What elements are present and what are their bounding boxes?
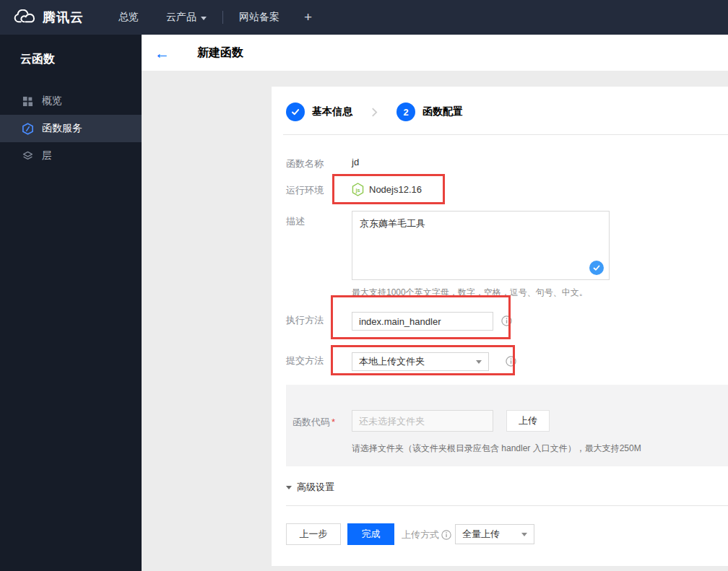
sidebar-product-title: 云函数 [20, 52, 142, 67]
upload-mode-value: 全量上传 [462, 528, 500, 541]
step2-label: 函数配置 [422, 105, 463, 118]
runtime-value: Nodejs12.16 [369, 184, 422, 195]
create-function-card: 基本信息 2 函数配置 函数名称 jd 运行环境 js Nodejs12.16 [272, 87, 728, 566]
submit-method-value: 本地上传文件夹 [359, 355, 425, 368]
nav-item-icp-filing[interactable]: 网站备案 [230, 0, 288, 35]
page-title: 新建函数 [197, 45, 243, 61]
advanced-settings-label: 高级设置 [297, 481, 334, 494]
upload-mode-info-icon[interactable] [441, 530, 451, 540]
description-label: 描述 [286, 215, 305, 228]
nav-divider [222, 11, 223, 24]
nav-item-cloud-products[interactable]: 云产品 [157, 0, 215, 35]
upload-button[interactable]: 上传 [506, 410, 550, 432]
chevron-right-icon [371, 107, 378, 118]
function-name-value: jd [352, 157, 359, 167]
runtime-value-row: js Nodejs12.16 [352, 179, 422, 199]
function-code-label: 函数代码* [292, 416, 335, 429]
nav-item-overview[interactable]: 总览 [110, 0, 147, 35]
check-circle-icon [286, 103, 305, 121]
footer-divider [286, 505, 728, 506]
handler-info-icon[interactable] [501, 315, 512, 326]
handler-label: 执行方法 [286, 314, 324, 327]
upload-mode-select[interactable]: 全量上传 [455, 524, 534, 544]
select-caret-icon [521, 533, 527, 536]
steps-divider [283, 134, 728, 135]
folder-path-input[interactable] [352, 410, 493, 432]
sidebar-item-label: 层 [42, 149, 52, 162]
back-arrow-button[interactable]: ← [155, 45, 170, 61]
select-caret-icon [476, 360, 482, 364]
submit-method-select[interactable]: 本地上传文件夹 [352, 352, 489, 371]
sidebar-item-label: 函数服务 [42, 122, 82, 135]
valid-check-bubble-icon [589, 261, 604, 275]
step2-number-circle: 2 [396, 103, 415, 121]
top-navbar: 腾讯云 总览 云产品 网站备案 + [0, 0, 728, 35]
step-indicator: 基本信息 2 函数配置 [286, 103, 463, 121]
submit-method-label: 提交方法 [286, 354, 324, 367]
chevron-down-icon [201, 17, 207, 20]
finish-button[interactable]: 完成 [347, 523, 394, 545]
svg-text:js: js [355, 186, 360, 193]
grid-icon [22, 95, 34, 108]
sidebar-item-overview[interactable]: 概览 [0, 87, 142, 115]
brand-name: 腾讯云 [43, 9, 84, 26]
nodejs-icon: js [352, 183, 364, 196]
tencent-cloud-logo[interactable]: 腾讯云 [13, 9, 84, 26]
handler-input[interactable] [352, 312, 493, 331]
previous-step-button[interactable]: 上一步 [286, 523, 341, 545]
step1-label: 基本信息 [312, 105, 352, 118]
add-nav-tab-button[interactable]: + [294, 0, 322, 35]
content-area: 基本信息 2 函数配置 函数名称 jd 运行环境 js Nodejs12.16 [142, 71, 728, 571]
description-field-wrap: 京东薅羊毛工具 [352, 211, 610, 280]
submit-method-info-icon[interactable] [506, 356, 516, 367]
sidebar: 云函数 概览 函数服务 [0, 35, 142, 571]
sidebar-item-function-service[interactable]: 函数服务 [0, 115, 142, 142]
upload-mode-label: 上传方式 [402, 528, 451, 541]
runtime-label: 运行环境 [286, 184, 324, 197]
advanced-settings-toggle[interactable]: 高级设置 [286, 481, 334, 494]
function-name-label: 函数名称 [286, 157, 324, 170]
function-hexagon-icon [22, 123, 34, 135]
description-textarea[interactable]: 京东薅羊毛工具 [352, 211, 610, 280]
layers-icon [22, 150, 34, 162]
required-asterisk: * [332, 417, 335, 427]
cloud-logo-icon [13, 9, 37, 25]
top-nav-menu: 总览 云产品 网站备案 + [110, 0, 322, 35]
function-code-section: 函数代码* 上传 请选择文件夹（该文件夹根目录应包含 handler 入口文件）… [286, 385, 728, 466]
description-hint: 最大支持1000个英文字母，数字，空格，逗号、句号、中文。 [352, 287, 588, 299]
page-header: ← 新建函数 [142, 35, 728, 71]
function-code-hint: 请选择文件夹（该文件夹根目录应包含 handler 入口文件），最大支持250M [352, 443, 641, 455]
sidebar-menu: 概览 函数服务 层 [0, 87, 142, 170]
sidebar-item-label: 概览 [42, 95, 62, 108]
triangle-down-icon [286, 486, 292, 489]
sidebar-item-layers[interactable]: 层 [0, 142, 142, 170]
